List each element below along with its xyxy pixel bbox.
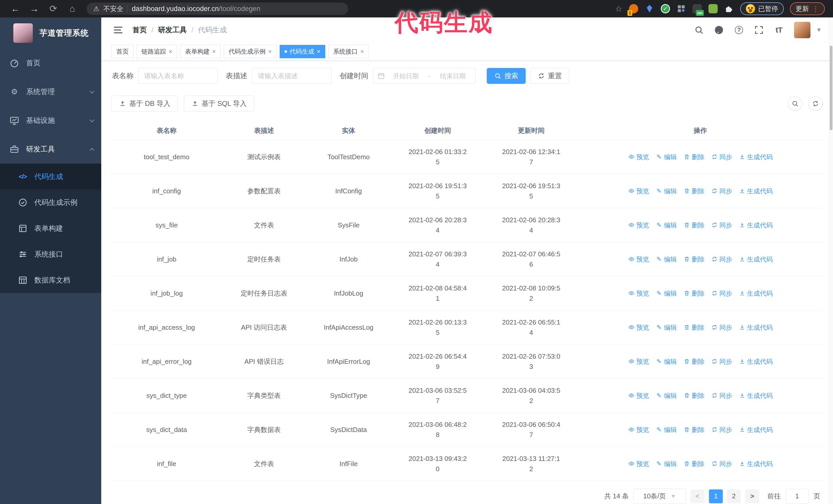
action-delete-link[interactable]: 删除	[684, 186, 705, 196]
sidebar-subitem-form-build[interactable]: 表单构建	[0, 215, 101, 241]
action-generate-link[interactable]: 生成代码	[739, 288, 773, 298]
sidebar-item-infra[interactable]: 基础设施	[0, 106, 101, 135]
close-icon[interactable]: ×	[212, 48, 216, 55]
breadcrumb-item[interactable]: 首页	[133, 25, 147, 35]
reset-button[interactable]: 重置	[530, 68, 569, 84]
page-size-select[interactable]: 10条/页 ▼	[633, 488, 686, 504]
action-sync-link[interactable]: 同步	[711, 152, 732, 162]
hamburger-icon[interactable]	[113, 24, 124, 35]
page-button-1[interactable]: 1	[709, 489, 723, 503]
fullscreen-icon[interactable]	[754, 25, 764, 35]
action-generate-link[interactable]: 生成代码	[739, 220, 773, 230]
action-sync-link[interactable]: 同步	[711, 186, 732, 196]
table-name-input[interactable]	[138, 68, 218, 84]
action-edit-link[interactable]: ✎编辑	[656, 459, 677, 469]
action-delete-link[interactable]: 删除	[684, 254, 705, 264]
search-icon[interactable]	[694, 25, 704, 35]
tab-代码生成[interactable]: 代码生成 ×	[280, 45, 325, 58]
action-sync-link[interactable]: 同步	[711, 390, 732, 401]
action-delete-link[interactable]: 删除	[684, 356, 705, 367]
tab-首页[interactable]: 首页	[112, 45, 134, 58]
goto-page-input[interactable]	[785, 489, 809, 504]
tab-表单构建[interactable]: 表单构建 ×	[180, 45, 221, 58]
avatar[interactable]	[794, 22, 810, 38]
action-delete-link[interactable]: 删除	[684, 152, 705, 162]
action-generate-link[interactable]: 生成代码	[739, 186, 773, 196]
action-generate-link[interactable]: 生成代码	[739, 459, 773, 469]
browser-forward-icon[interactable]: →	[26, 2, 43, 16]
ext-grid-diamond-icon[interactable]	[676, 3, 686, 14]
page-scrollbar[interactable]	[829, 18, 833, 504]
sidebar-item-devtools[interactable]: 研发工具	[0, 135, 101, 164]
action-preview-link[interactable]: 预览	[628, 254, 649, 264]
action-delete-link[interactable]: 删除	[684, 322, 705, 333]
font-size-icon[interactable]: tT	[774, 25, 784, 35]
menu-dots-icon[interactable]: ⋮	[812, 5, 819, 13]
table-desc-input[interactable]	[252, 68, 331, 84]
search-button[interactable]: 搜索	[487, 68, 526, 84]
action-preview-link[interactable]: 预览	[628, 356, 649, 367]
browser-home-icon[interactable]: ⌂	[64, 2, 80, 16]
action-sync-link[interactable]: 同步	[711, 288, 732, 298]
import-db-button[interactable]: 基于 DB 导入	[112, 96, 178, 112]
sidebar-subitem-codegen-demo[interactable]: 代码生成示例	[0, 189, 101, 215]
action-delete-link[interactable]: 删除	[684, 390, 705, 401]
action-sync-link[interactable]: 同步	[711, 322, 732, 333]
ext-green-bot-icon[interactable]	[708, 3, 718, 14]
caret-down-icon[interactable]: ▼	[816, 27, 822, 33]
action-preview-link[interactable]: 预览	[628, 186, 649, 196]
sidebar-item-system[interactable]: ⚙ 系统管理	[0, 77, 101, 106]
sidebar-subitem-system-api[interactable]: 系统接口	[0, 241, 101, 267]
ext-dark-icon[interactable]: on	[692, 3, 702, 14]
action-generate-link[interactable]: 生成代码	[739, 425, 773, 435]
action-delete-link[interactable]: 删除	[684, 288, 705, 298]
prev-page-button[interactable]: <	[690, 489, 704, 503]
close-icon[interactable]: ×	[268, 48, 272, 55]
date-range-picker[interactable]: 开始日期 - 结束日期	[373, 68, 475, 84]
action-delete-link[interactable]: 删除	[684, 425, 705, 435]
ext-orange-circle-icon[interactable]: 1	[628, 3, 639, 14]
import-sql-button[interactable]: 基于 SQL 导入	[184, 96, 254, 112]
page-button-2[interactable]: 2	[727, 489, 741, 503]
action-sync-link[interactable]: 同步	[711, 254, 732, 264]
tab-代码生成示例[interactable]: 代码生成示例 ×	[224, 45, 277, 58]
toggle-search-button[interactable]	[788, 96, 802, 111]
sidebar-subitem-codegen[interactable]: </> 代码生成	[0, 164, 101, 189]
action-edit-link[interactable]: ✎编辑	[656, 288, 677, 298]
question-icon[interactable]: ?	[734, 25, 744, 35]
scrollbar-thumb[interactable]	[830, 46, 832, 130]
action-sync-link[interactable]: 同步	[711, 425, 732, 435]
ext-blue-gem-icon[interactable]	[644, 3, 654, 14]
action-edit-link[interactable]: ✎编辑	[656, 356, 677, 367]
action-preview-link[interactable]: 预览	[628, 220, 649, 230]
close-icon[interactable]: ×	[169, 48, 172, 55]
action-delete-link[interactable]: 删除	[684, 220, 705, 230]
action-edit-link[interactable]: ✎编辑	[656, 254, 677, 264]
action-preview-link[interactable]: 预览	[628, 425, 649, 435]
action-generate-link[interactable]: 生成代码	[739, 356, 773, 367]
github-icon[interactable]	[714, 25, 724, 35]
tab-链路追踪[interactable]: 链路追踪 ×	[137, 45, 177, 58]
browser-reload-icon[interactable]: ⟳	[45, 2, 62, 16]
action-generate-link[interactable]: 生成代码	[739, 152, 773, 162]
bookmark-star-icon[interactable]: ☆	[615, 4, 622, 14]
browser-back-icon[interactable]: ←	[7, 2, 24, 16]
sidebar-item-home[interactable]: 首页	[0, 49, 101, 77]
refresh-table-button[interactable]	[808, 96, 823, 111]
action-sync-link[interactable]: 同步	[711, 220, 732, 230]
close-icon[interactable]: ×	[360, 48, 364, 55]
tab-系统接口[interactable]: 系统接口 ×	[328, 45, 369, 58]
address-bar[interactable]: ⚠ 不安全 dashboard.yudao.iocoder.cn/tool/co…	[87, 3, 348, 15]
action-edit-link[interactable]: ✎编辑	[656, 186, 677, 196]
action-generate-link[interactable]: 生成代码	[739, 322, 773, 333]
profile-chip[interactable]: 已暂停	[740, 2, 784, 15]
action-delete-link[interactable]: 删除	[684, 459, 705, 469]
action-sync-link[interactable]: 同步	[711, 356, 732, 367]
ext-puzzle-icon[interactable]	[724, 3, 734, 14]
next-page-button[interactable]: >	[745, 489, 759, 503]
action-sync-link[interactable]: 同步	[711, 459, 732, 469]
action-edit-link[interactable]: ✎编辑	[656, 152, 677, 162]
action-preview-link[interactable]: 预览	[628, 459, 649, 469]
action-generate-link[interactable]: 生成代码	[739, 254, 773, 264]
action-edit-link[interactable]: ✎编辑	[656, 425, 677, 435]
